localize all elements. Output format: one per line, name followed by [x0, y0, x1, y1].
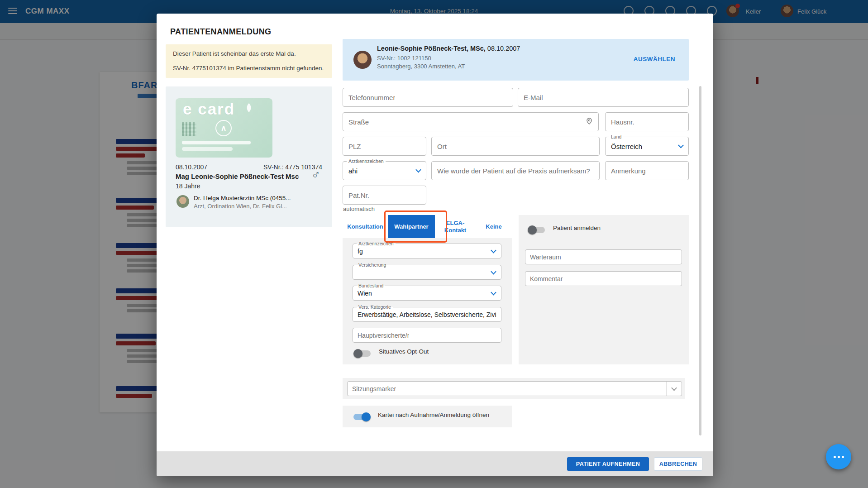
matched-name-text: Leonie-Sophie Pößneck-Test, MSc,	[377, 45, 486, 52]
cancel-button[interactable]: ABBRECHEN	[654, 457, 702, 471]
chevron-down-icon	[491, 247, 496, 253]
chevron-down-icon	[491, 289, 496, 295]
tab-keine[interactable]: Keine	[476, 215, 512, 238]
waiting-room-placeholder: Warteraum	[530, 254, 561, 261]
register-patient-toggle[interactable]	[529, 227, 545, 233]
wahlpartner-panel: Arztkennzeichen fg Versicherung Bundesla…	[343, 238, 512, 364]
submit-patient-button[interactable]: PATIENT AUFNEHMEN	[567, 457, 649, 471]
insurance-select[interactable]: Versicherung	[353, 265, 501, 280]
insurance-label: Versicherung	[357, 262, 388, 268]
ecard-patient-card: e card ∧ 08.10.2007 SV-Nr.: 4775 101374 …	[166, 86, 332, 227]
register-patient-label: Patient anmelden	[553, 225, 601, 231]
email-placeholder: E-Mail	[524, 94, 543, 101]
ecard-image: e card ∧	[176, 98, 272, 158]
note-input[interactable]: Anmerkung	[605, 161, 689, 180]
patient-birthdate: 08.10.2007	[176, 163, 207, 171]
modal-scrollbar[interactable]	[699, 86, 701, 435]
wahlpartner-doctor-code-value: fg	[358, 248, 363, 255]
matched-birthdate: 08.10.2007	[487, 45, 520, 52]
wahlpartner-doctor-code-select[interactable]: Arztkennzeichen fg	[353, 244, 501, 258]
main-insured-placeholder: Hauptversicherte/r	[358, 332, 409, 339]
house-number-placeholder: Hausnr.	[611, 118, 634, 126]
city-input[interactable]: Ort	[431, 137, 600, 156]
house-number-input[interactable]: Hausnr.	[605, 112, 689, 131]
waiting-room-input[interactable]: Warteraum	[525, 249, 682, 264]
main-insured-input[interactable]: Hauptversicherte/r	[353, 328, 501, 343]
state-value: Wien	[358, 290, 372, 297]
wahlpartner-doctor-code-label: Arztkennzeichen	[357, 241, 396, 247]
phone-placeholder: Telefonnummer	[348, 94, 395, 101]
select-patient-button[interactable]: AUSWÄHLEN	[634, 56, 675, 62]
dialog-footer: PATIENT AUFNEHMEN ABBRECHEN	[157, 451, 713, 476]
open-chart-label: Kartei nach Aufnahme/Anmeldung öffnen	[378, 411, 489, 418]
country-label: Land	[609, 134, 623, 140]
doctor-code-select[interactable]: Arztkennzeichen ahi	[343, 161, 426, 180]
tab-wahlpartner[interactable]: Wahlpartner	[388, 215, 435, 238]
automatic-hint: automatisch	[343, 206, 375, 212]
matched-patient-box: Leonie-Sophie Pößneck-Test, MSc, 08.10.2…	[343, 39, 689, 81]
matched-patient-avatar	[353, 51, 372, 69]
zip-placeholder: PLZ	[348, 143, 361, 150]
warning-line: Dieser Patient ist scheinbar das erste M…	[173, 50, 325, 57]
checkin-panel: Patient anmelden Warteraum Kommentar	[519, 215, 689, 364]
male-gender-icon: ♂	[311, 168, 320, 182]
floating-action-button[interactable]	[826, 444, 851, 469]
country-select[interactable]: Land Österreich	[605, 137, 689, 156]
country-value: Österreich	[611, 143, 642, 150]
session-marker-panel: Sitzungsmarker	[343, 378, 685, 399]
doctor-name: Dr. Helga Musterärztin MSc (0455...	[194, 195, 291, 201]
situational-optout-toggle[interactable]	[354, 350, 371, 357]
tab-elga-kontakt[interactable]: ELGA-Kontakt	[435, 215, 476, 238]
chevron-down-icon	[671, 385, 677, 391]
referral-input[interactable]: Wie wurde der Patient auf die Praxis auf…	[431, 161, 600, 180]
phone-input[interactable]: Telefonnummer	[343, 88, 513, 107]
note-placeholder: Anmerkung	[611, 167, 646, 175]
street-placeholder: Straße	[348, 118, 369, 126]
matched-patient-name: Leonie-Sophie Pößneck-Test, MSc, 08.10.2…	[377, 45, 520, 52]
ecard-logo-icon: ∧	[215, 120, 232, 136]
zip-input[interactable]: PLZ	[343, 137, 426, 156]
state-label: Bundesland	[357, 283, 385, 289]
matched-address: Sonntagberg, 3300 Amstetten, AT	[377, 63, 465, 70]
insurance-category-label: Vers. Kategorie	[357, 304, 393, 310]
comment-input[interactable]: Kommentar	[525, 271, 682, 286]
insurance-category-value: Erwerbstätige, Arbeitslose, Selbstversic…	[358, 311, 496, 318]
patient-name: Mag Leonie-Sophie Pößneck-Test Msc	[176, 172, 307, 180]
tab-konsultation[interactable]: Konsultation	[343, 215, 388, 238]
comment-placeholder: Kommentar	[530, 275, 563, 282]
referral-placeholder: Wie wurde der Patient auf die Praxis auf…	[437, 167, 590, 175]
patient-number-placeholder: Pat.Nr.	[348, 191, 369, 199]
doctor-detail: Arzt, Ordination Wien, Dr. Felix Gl...	[194, 203, 287, 210]
billing-type-tabs: Konsultation Wahlpartner ELGA-Kontakt Ke…	[343, 215, 512, 238]
dialog-title: PATIENTENANMELDUNG	[170, 27, 272, 37]
ecard-brand: e card	[183, 100, 235, 118]
situational-optout-label: Situatives Opt-Out	[379, 348, 429, 355]
insurance-category-input[interactable]: Vers. Kategorie Erwerbstätige, Arbeitslo…	[353, 307, 501, 322]
street-input[interactable]: Straße	[343, 112, 599, 131]
warning-line: SV-Nr. 4775101374 im Patientenstamm nich…	[173, 65, 325, 72]
first-visit-warning: Dieser Patient ist scheinbar das erste M…	[166, 44, 332, 78]
chevron-down-icon	[678, 143, 684, 148]
open-chart-toggle[interactable]	[353, 414, 370, 420]
session-marker-select[interactable]: Sitzungsmarker	[347, 381, 682, 396]
ecard-detail-bar	[182, 147, 233, 151]
patient-number-input[interactable]: Pat.Nr.	[343, 186, 426, 205]
leaf-icon	[244, 103, 253, 115]
ecard-qr-pattern	[182, 122, 196, 136]
location-pin-icon[interactable]	[586, 118, 593, 126]
doctor-avatar	[176, 195, 189, 208]
city-placeholder: Ort	[437, 143, 447, 150]
patient-registration-dialog: PATIENTENANMELDUNG Dieser Patient ist sc…	[157, 14, 713, 476]
open-chart-panel: Kartei nach Aufnahme/Anmeldung öffnen	[343, 406, 512, 427]
matched-svnr: SV-Nr.: 1002 121150	[377, 55, 431, 62]
dropdown-button[interactable]	[666, 382, 682, 396]
chevron-down-icon	[415, 167, 421, 173]
chevron-down-icon	[491, 268, 496, 274]
doctor-code-value: ahi	[348, 167, 358, 175]
ecard-detail-bar	[182, 141, 251, 144]
patient-age: 18 Jahre	[176, 182, 200, 190]
session-marker-placeholder: Sitzungsmarker	[352, 385, 396, 392]
doctor-code-label: Arztkennzeichen	[347, 158, 386, 164]
state-select[interactable]: Bundesland Wien	[353, 286, 501, 301]
email-input[interactable]: E-Mail	[518, 88, 689, 107]
